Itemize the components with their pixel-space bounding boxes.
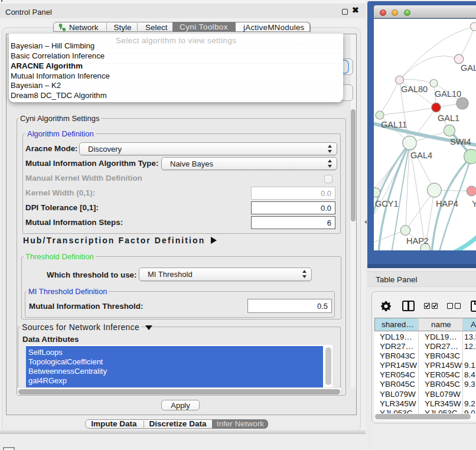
svg-text:GAL7: GAL7 <box>461 63 476 73</box>
svg-text:GAL80: GAL80 <box>401 84 428 94</box>
svg-text:HAP4: HAP4 <box>436 199 458 208</box>
svg-text:GAL4: GAL4 <box>410 151 432 160</box>
svg-text:GAL11: GAL11 <box>381 120 407 129</box>
svg-text:GCY1: GCY1 <box>375 199 399 208</box>
svg-text:GAL1: GAL1 <box>438 113 459 123</box>
svg-text:YM: YM <box>472 199 476 208</box>
svg-text:SWI4: SWI4 <box>450 137 471 146</box>
svg-text:GAL10: GAL10 <box>435 89 461 99</box>
svg-text:HAP2: HAP2 <box>406 236 429 246</box>
